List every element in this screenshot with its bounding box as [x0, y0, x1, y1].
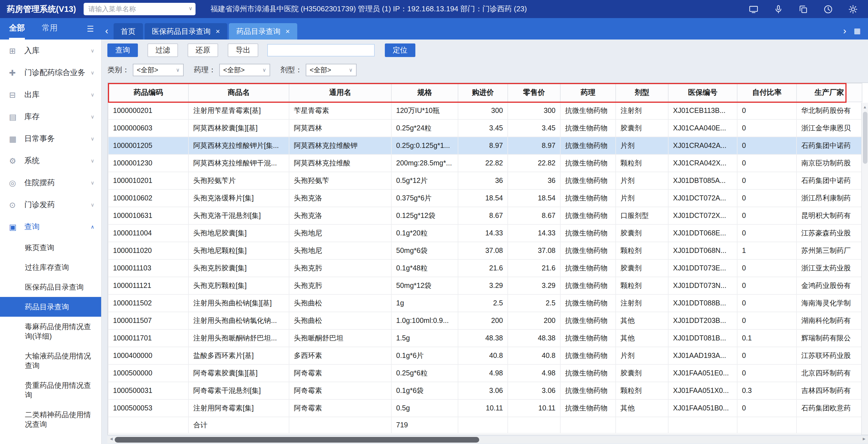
toolbar: 查询过滤还原导出 定位 — [107, 43, 868, 58]
filter-value: <全部> — [137, 65, 158, 75]
sidebar-subitem[interactable]: 药品目录查询 — [0, 297, 101, 317]
horizontal-scrollbar-thumb[interactable] — [115, 437, 479, 442]
table-cell: 头孢地尼 — [289, 242, 391, 260]
sidebar-subitem[interactable]: 过往库存查询 — [0, 258, 101, 277]
sidebar-item[interactable]: ◎住院摆药∨ — [0, 172, 101, 194]
table-cell: 0.25g*6粒 — [391, 365, 458, 382]
horizontal-scrollbar[interactable]: ◄ ► — [107, 436, 868, 443]
scroll-tabs-left-icon[interactable]: ‹ — [102, 26, 113, 39]
scroll-left-icon[interactable]: ◄ — [109, 437, 114, 441]
table-cell: 江苏联环药业股 — [797, 347, 862, 365]
table-row[interactable]: 1000000603阿莫西林胶囊[集][基]阿莫西林0.25g*24粒3.453… — [108, 119, 862, 137]
column-header[interactable]: 购进价 — [458, 83, 508, 102]
inpatient-icon: ◎ — [9, 178, 24, 187]
table-row[interactable]: 1000011507注射用头孢曲松钠氯化钠...头孢曲松1.0g:100ml:0… — [108, 312, 862, 330]
sidebar-subitem[interactable]: 二类精神药品使用情况查询 — [0, 405, 101, 434]
column-header[interactable]: 自付比率 — [737, 83, 797, 102]
table-row[interactable]: 1000011701注射用头孢哌酮钠舒巴坦...头孢哌酮舒巴坦1.5g48.38… — [108, 330, 862, 347]
toolbar-button[interactable]: 还原 — [188, 43, 218, 57]
menu-scope-tab[interactable]: 全部 — [9, 18, 25, 39]
table-row[interactable]: 1000500031阿奇霉素干混悬剂[集]阿奇霉素0.1g*6袋3.063.06… — [108, 382, 862, 400]
column-header[interactable]: 生产厂家 — [797, 83, 862, 102]
table-cell: 300 — [458, 102, 508, 119]
table-row[interactable]: 1000001230阿莫西林克拉维酸钾干混...阿莫西林克拉维酸200mg:28… — [108, 155, 862, 172]
table-row[interactable]: 1000001205阿莫西林克拉维酸钾片[集...阿莫西林克拉维酸钾0.25g:… — [108, 137, 862, 155]
tab-close-icon[interactable]: × — [216, 28, 220, 35]
table-cell: 阿奇霉素 — [289, 400, 391, 417]
sidebar-item[interactable]: ▦日常事务∨ — [0, 128, 101, 149]
column-header[interactable]: 零售价 — [508, 83, 560, 102]
column-header[interactable]: 通用名 — [289, 83, 391, 102]
table-cell: 抗微生物药物 — [560, 102, 616, 119]
tab-item[interactable]: 首页 — [113, 23, 143, 39]
table-cell: 片剂 — [616, 172, 668, 190]
vertical-scrollbar-thumb[interactable] — [863, 112, 867, 164]
column-header[interactable]: 药品编码 — [108, 83, 188, 102]
toolbar-button[interactable]: 查询 — [107, 43, 138, 57]
screen-share-icon[interactable] — [749, 4, 758, 14]
chevron-down-icon: ∨ — [91, 202, 94, 207]
sidebar-item[interactable]: ▤库存∨ — [0, 106, 101, 128]
table-cell: 10.11 — [508, 400, 560, 417]
table-row[interactable]: 1000011103头孢克肟胶囊[集]头孢克肟0.1g*48粒21.621.6抗… — [108, 260, 862, 277]
table-row[interactable]: 1000500000阿奇霉素胶囊[集][基]阿奇霉素0.25g*6粒4.984.… — [108, 365, 862, 382]
sidebar-subitem[interactable]: 医保药品目录查询 — [0, 277, 101, 297]
toolbar-buttons: 查询过滤还原导出 — [107, 43, 258, 57]
locate-button[interactable]: 定位 — [385, 43, 415, 57]
quick-search-input[interactable] — [267, 44, 375, 57]
column-header[interactable]: 剂型 — [616, 83, 668, 102]
column-header[interactable]: 规格 — [391, 83, 458, 102]
settings-gear-icon[interactable] — [848, 4, 858, 14]
sidebar-item[interactable]: ⊞入库∨ — [0, 39, 101, 62]
sidebar-item[interactable]: ▣查询∧ — [0, 216, 101, 238]
chevron-down-icon[interactable]: ∨ — [189, 6, 192, 11]
column-header[interactable]: 商品名 — [188, 83, 289, 102]
sidebar-subitem[interactable]: 大输液药品使用情况查询 — [0, 346, 101, 375]
voice-assist-icon[interactable] — [774, 4, 783, 14]
table-row[interactable]: 1000000201注射用苄星青霉素[基]苄星青霉素120万IU*10瓶3003… — [108, 102, 862, 119]
column-header[interactable]: 医保编号 — [668, 83, 737, 102]
table-cell: XJ01CRA042A... — [668, 137, 737, 155]
table-row[interactable]: 1000011121头孢克肟颗粒[集]头孢克肟50mg*12袋3.293.29抗… — [108, 277, 862, 295]
filter-select[interactable]: <全部>∨ — [306, 64, 356, 76]
sidebar-subitem[interactable]: 账页查询 — [0, 238, 101, 258]
table-row[interactable]: 1000011502注射用头孢曲松钠[集][基]头孢曲松1g2.52.5抗微生物… — [108, 295, 862, 312]
collapse-menu-icon[interactable]: ☰ — [87, 24, 102, 33]
tab-menu-icon[interactable]: ▦ — [854, 27, 861, 35]
tab-item[interactable]: 医保药品目录查询× — [144, 23, 227, 39]
toolbar-button[interactable]: 过滤 — [148, 43, 178, 57]
table-row[interactable]: 1000400000盐酸多西环素片[基]多西环素0.1g*6片40.840.8抗… — [108, 347, 862, 365]
menu-search-input[interactable] — [84, 3, 196, 15]
tab-close-icon[interactable]: × — [286, 28, 290, 35]
sidebar-item[interactable]: ⊙门诊发药∨ — [0, 194, 101, 216]
scroll-right-icon[interactable]: ► — [862, 437, 866, 441]
table-row[interactable]: 1000011004头孢地尼胶囊[集]头孢地尼0.1g*20粒14.3314.3… — [108, 225, 862, 242]
table-row[interactable]: 1000010201头孢羟氨苄片头孢羟氨苄0.5g*12片3636抗微生物药物片… — [108, 172, 862, 190]
table-row[interactable]: 1000011020头孢地尼颗粒[集]头孢地尼50mg*6袋37.0837.08… — [108, 242, 862, 260]
tab-item[interactable]: 药品目录查询× — [229, 23, 297, 39]
filter-select[interactable]: <全部>∨ — [219, 64, 270, 76]
column-header[interactable]: 药理 — [560, 83, 616, 102]
footer-cell — [737, 417, 797, 433]
table-row[interactable]: 1000500053注射用阿奇霉素[集]阿奇霉素0.5g10.1110.11抗微… — [108, 400, 862, 417]
filter-label: 药理： — [194, 65, 216, 75]
sidebar-item[interactable]: ⚙系统∨ — [0, 149, 101, 172]
copy-icon[interactable] — [799, 4, 808, 14]
table-cell: 头孢克洛干混悬剂[集] — [188, 207, 289, 225]
table-row[interactable]: 1000010631头孢克洛干混悬剂[集]头孢克洛0.125g*12袋8.678… — [108, 207, 862, 225]
sidebar-subitem[interactable]: 贵重药品使用情况查询 — [0, 375, 101, 405]
sidebar-item[interactable]: ⊟出库∨ — [0, 83, 101, 106]
table-cell: 0 — [737, 102, 797, 119]
toolbar-button[interactable]: 导出 — [228, 43, 258, 57]
vertical-scrollbar[interactable]: ▲ — [861, 103, 868, 434]
scroll-tabs-right-icon[interactable]: › — [843, 26, 846, 36]
filter-select[interactable]: <全部>∨ — [133, 64, 184, 76]
history-icon[interactable] — [824, 4, 833, 14]
table-row[interactable]: 1000010602头孢克洛缓释片[集]头孢克洛0.375g*6片18.5418… — [108, 190, 862, 207]
menu-scope-tab[interactable]: 常用 — [42, 18, 58, 39]
table-cell: 1000011507 — [108, 312, 188, 330]
sidebar-item[interactable]: ✚门诊配药综合业务∨ — [0, 62, 101, 83]
drug-table: 药品编码商品名通用名规格购进价零售价药理剂型医保编号自付比率生产厂家 10000… — [108, 83, 862, 434]
sidebar-subitem[interactable]: 毒麻药品使用情况查询(详细) — [0, 317, 101, 346]
scroll-up-icon[interactable]: ▲ — [862, 103, 868, 109]
